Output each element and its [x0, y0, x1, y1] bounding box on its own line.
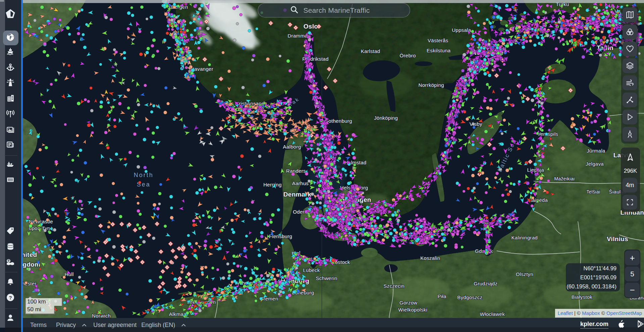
svg-text:Szczecin: Szczecin: [384, 283, 404, 289]
svg-text:Jelgava: Jelgava: [586, 161, 604, 167]
svg-text:Piła: Piła: [438, 293, 447, 299]
svg-text:Włocławek: Włocławek: [480, 311, 505, 317]
svg-text:Liepaja: Liepaja: [527, 167, 544, 173]
svg-text:Herning: Herning: [263, 182, 282, 187]
svg-text:Grudziądz: Grudziądz: [474, 281, 497, 286]
svg-text:Bydgoszcz: Bydgoszcz: [457, 294, 482, 300]
svg-text:Jūrmala: Jūrmala: [587, 148, 605, 154]
svg-text:Wielkopolski: Wielkopolski: [398, 307, 428, 313]
svg-text:Norrköping: Norrköping: [418, 82, 444, 88]
svg-text:Aarhus: Aarhus: [292, 180, 308, 186]
svg-text:Jönköping: Jönköping: [374, 115, 398, 121]
svg-text:Kaliningrad: Kaliningrad: [511, 235, 538, 240]
svg-text:Randers: Randers: [286, 168, 306, 174]
svg-text:Olsztyn: Olsztyn: [516, 271, 533, 277]
svg-text:Telšiai: Telšiai: [586, 189, 600, 195]
svg-text:Oslo: Oslo: [303, 23, 318, 30]
svg-text:Koszalin: Koszalin: [420, 255, 440, 261]
svg-text:?: ?: [9, 295, 12, 300]
svg-text:Karlstad: Karlstad: [361, 48, 380, 54]
svg-text:Gorzow: Gorzow: [399, 300, 417, 306]
svg-text:Lübeck: Lübeck: [303, 267, 320, 273]
svg-text:Białystok: Białystok: [572, 294, 593, 300]
svg-text:Vilnius: Vilnius: [607, 235, 628, 242]
svg-text:Mažeikiai: Mažeikiai: [554, 176, 575, 181]
svg-text:North: North: [134, 172, 153, 178]
svg-text:Schwerin: Schwerin: [316, 275, 337, 281]
svg-text:4m: 4m: [626, 182, 634, 188]
svg-text:Örebro: Örebro: [400, 53, 416, 58]
svg-text:Eskilstuna: Eskilstuna: [427, 48, 451, 53]
svg-text:Västerås: Västerås: [428, 38, 448, 43]
